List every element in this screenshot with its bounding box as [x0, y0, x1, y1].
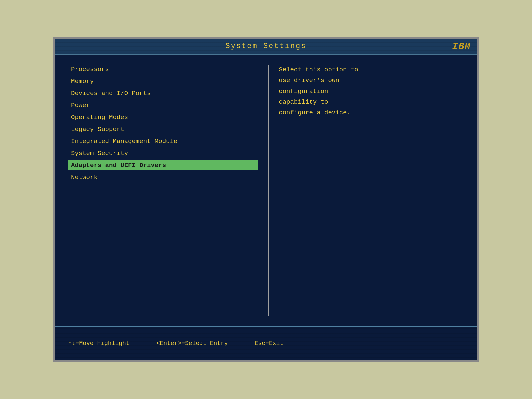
menu-item-0[interactable]: Processors	[68, 65, 258, 74]
menu-item-4[interactable]: Operating Modes	[68, 112, 258, 122]
help-panel: Select this option to use driver's own c…	[279, 61, 464, 320]
menu-item-6[interactable]: Integrated Management Module	[68, 136, 258, 146]
page-title: System Settings	[225, 42, 306, 50]
menu-item-8[interactable]: Adapters and UEFI Drivers	[68, 160, 258, 170]
menu-item-2[interactable]: Devices and I/O Ports	[68, 88, 258, 98]
hotkey-item-2: Esc=Exit	[255, 340, 283, 347]
hotkey-item-1: <Enter>=Select Entry	[156, 340, 228, 347]
menu-item-1[interactable]: Memory	[68, 76, 258, 86]
hotkey-item-0: ↑↓=Move Highlight	[68, 340, 130, 347]
menu-list: ProcessorsMemoryDevices and I/O PortsPow…	[68, 61, 258, 320]
help-text-line1: Select this option to	[279, 66, 358, 73]
hotkeys-row: ↑↓=Move Highlight<Enter>=Select EntryEsc…	[68, 337, 464, 349]
menu-item-5[interactable]: Legacy Support	[68, 124, 258, 134]
menu-item-7[interactable]: System Security	[68, 148, 258, 158]
title-bar: System Settings	[55, 39, 477, 54]
bottom-bottom-separator	[68, 353, 464, 353]
help-text-line5: configure a device.	[279, 109, 351, 116]
bottom-top-separator	[68, 334, 464, 334]
bottom-bar: ↑↓=Move Highlight<Enter>=Select EntryEsc…	[55, 326, 477, 360]
menu-item-3[interactable]: Power	[68, 100, 258, 110]
menu-item-9[interactable]: Network	[68, 172, 258, 182]
bios-window: IBM System Settings ProcessorsMemoryDevi…	[53, 37, 479, 362]
help-text-line3: configuration	[279, 88, 328, 95]
ibm-logo: IBM	[452, 41, 471, 52]
help-text-line4: capability to	[279, 98, 328, 106]
help-text-line2: use driver's own	[279, 77, 339, 84]
vertical-divider	[268, 65, 269, 316]
main-content: ProcessorsMemoryDevices and I/O PortsPow…	[55, 55, 477, 326]
